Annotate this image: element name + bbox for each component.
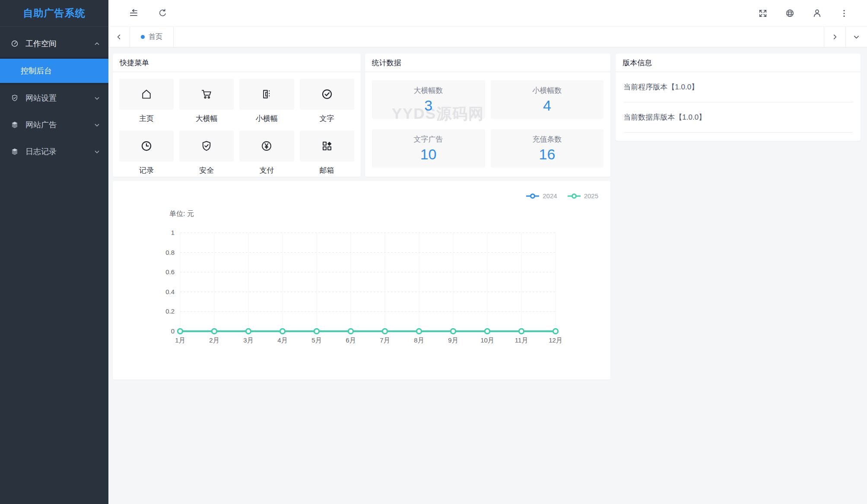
stat-value: 10: [420, 146, 437, 163]
layers-icon: [10, 147, 19, 156]
tab-home[interactable]: 首页: [130, 27, 174, 47]
svg-text:6月: 6月: [346, 336, 356, 344]
data-point-2025-11月: [519, 329, 524, 334]
quick-menu-item-text[interactable]: 文字: [300, 79, 354, 124]
sidebar-item-label: 网站设置: [25, 93, 94, 103]
svg-text:7月: 7月: [380, 336, 390, 344]
quick-menu-item-mailbox[interactable]: 邮箱: [300, 130, 354, 175]
stat-value: 3: [424, 97, 432, 114]
svg-text:0.4: 0.4: [165, 288, 175, 295]
data-point-2025-2月: [212, 329, 217, 334]
sidebar-item-site-ads[interactable]: 网站广告: [0, 111, 108, 138]
quick-menu-item-small-banner[interactable]: 小横幅: [239, 79, 294, 124]
svg-text:0.2: 0.2: [165, 307, 175, 315]
chevron-up-icon: [94, 41, 100, 47]
user-button[interactable]: [812, 8, 822, 18]
program-version-row: 当前程序版本【1.0.0】: [623, 72, 853, 102]
quick-menu-item-records[interactable]: 记录: [119, 130, 174, 175]
icon-box: [300, 130, 354, 162]
sidebar-item-label: 工作空间: [25, 38, 94, 49]
globe-icon: [785, 8, 795, 18]
database-version-row: 当前数据库版本【1.0.0】: [623, 102, 853, 133]
icon-box: [119, 130, 174, 162]
quick-menu-item-home[interactable]: 主页: [119, 79, 174, 124]
more-button[interactable]: [839, 9, 849, 18]
refresh-button[interactable]: [158, 8, 168, 18]
data-point-2025-4月: [280, 329, 285, 334]
stat-big-banner-count: 大横幅数 3: [372, 80, 485, 119]
legend-marker-icon: [525, 193, 540, 200]
card-title: 版本信息: [616, 54, 861, 72]
tabbar-spacer: [174, 27, 824, 47]
svg-text:3月: 3月: [243, 336, 253, 344]
collapse-sidebar-button[interactable]: [128, 8, 139, 19]
quick-menu-item-payment[interactable]: 支付: [239, 130, 294, 175]
stat-value: 4: [543, 97, 551, 114]
language-button[interactable]: [785, 8, 795, 18]
data-point-2025-5月: [314, 329, 319, 334]
icon-box: [300, 79, 354, 110]
svg-text:1月: 1月: [175, 336, 185, 344]
app-logo: 自助广告系统: [0, 0, 108, 27]
y-axis: 00.20.40.60.81: [165, 229, 175, 335]
menu-fold-icon: [128, 8, 139, 19]
yen-circle-icon: [260, 139, 273, 152]
svg-text:8月: 8月: [414, 336, 424, 344]
card-title: 统计数据: [365, 54, 611, 72]
top-header: [108, 0, 867, 26]
legend-label: 2024: [543, 192, 557, 200]
icon-box: [239, 79, 294, 110]
tabs-scroll-right-button[interactable]: [824, 27, 845, 47]
tab-label: 首页: [149, 32, 162, 41]
data-point-2025-7月: [383, 329, 387, 334]
more-vertical-icon: [839, 9, 849, 18]
tabs-menu-button[interactable]: [845, 27, 867, 47]
home-icon: [140, 88, 153, 101]
check-circle-icon: [321, 88, 333, 101]
svg-text:11月: 11月: [515, 336, 528, 344]
chart-series-2025: [178, 329, 558, 334]
data-point-2025-10月: [485, 329, 490, 334]
stat-recharge-count: 充值条数 16: [491, 129, 604, 168]
icon-box: [179, 79, 234, 110]
chart-legend: 20242025: [525, 192, 598, 200]
refresh-icon: [158, 8, 168, 18]
tab-bar: 首页: [108, 26, 867, 48]
stat-small-banner-count: 小横幅数 4: [491, 80, 604, 119]
data-point-2025-6月: [349, 329, 353, 334]
legend-label: 2025: [584, 192, 598, 200]
data-point-2025-8月: [417, 329, 422, 334]
svg-text:9月: 9月: [448, 336, 458, 344]
sidebar-item-control-backend[interactable]: 控制后台: [0, 59, 108, 83]
sidebar-item-workspace[interactable]: 工作空间: [0, 30, 108, 57]
svg-text:12月: 12月: [549, 336, 562, 344]
svg-text:10月: 10月: [480, 336, 494, 344]
layers-icon: [10, 120, 19, 129]
icon-box: [179, 130, 234, 162]
legend-item-2025[interactable]: 2025: [567, 192, 598, 200]
main-area: 首页 快捷菜单 主页: [108, 0, 867, 504]
chart-unit-label: 单位: 元: [169, 209, 194, 219]
svg-text:0.8: 0.8: [165, 249, 175, 256]
icon-box: [239, 130, 294, 162]
active-tab-dot: [141, 35, 145, 39]
sidebar-item-logs[interactable]: 日志记录: [0, 138, 108, 165]
quick-menu-grid: 主页 大横幅: [113, 72, 361, 182]
quick-menu-item-big-banner[interactable]: 大横幅: [179, 79, 234, 124]
tabs-scroll-left-button[interactable]: [108, 27, 130, 47]
version-card: 版本信息 当前程序版本【1.0.0】 当前数据库版本【1.0.0】: [616, 54, 861, 141]
statistics-card: 统计数据 YYDS源码网 大横幅数 3 小横幅数 4 文字广告 10: [365, 54, 611, 177]
sidebar-menu: 工作空间 控制后台 网站设置 网站广告: [0, 27, 108, 165]
svg-text:2月: 2月: [209, 336, 219, 344]
fullscreen-button[interactable]: [758, 9, 768, 18]
legend-item-2024[interactable]: 2024: [525, 192, 557, 200]
svg-text:0.6: 0.6: [165, 268, 175, 276]
data-point-2025-3月: [246, 329, 251, 334]
page-content: 快捷菜单 主页: [108, 48, 867, 504]
quick-menu-item-security[interactable]: 安全: [179, 130, 234, 175]
svg-text:0: 0: [171, 327, 175, 335]
chevron-right-icon: [832, 34, 838, 40]
sidebar-item-site-settings[interactable]: 网站设置: [0, 85, 108, 111]
stat-value: 16: [539, 146, 556, 163]
sidebar-submenu-workspace: 控制后台: [0, 57, 108, 85]
